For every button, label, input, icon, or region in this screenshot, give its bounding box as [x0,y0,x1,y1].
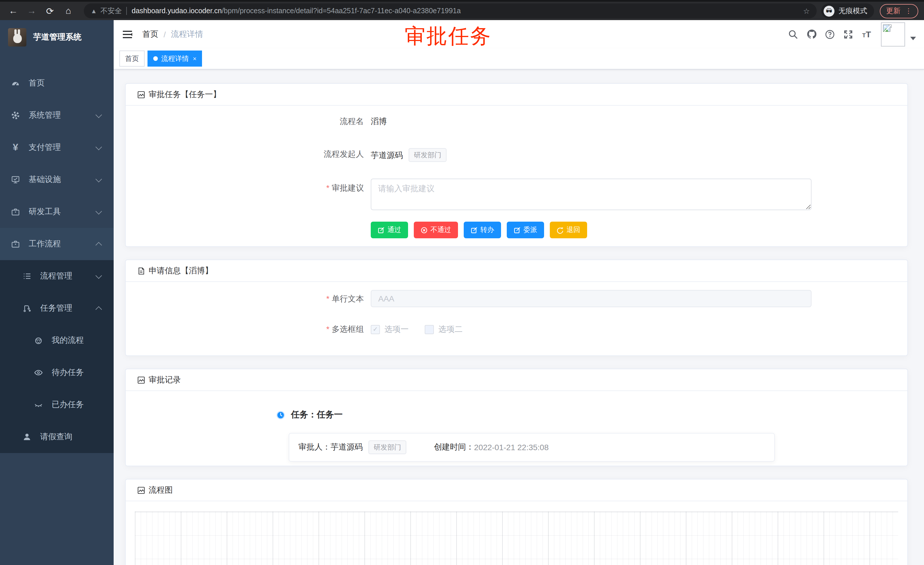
sidebar-item-label: 流程管理 [40,271,72,281]
sidebar-item-label: 请假查询 [40,432,72,442]
sidebar-item-devtools[interactable]: 研发工具 [0,196,114,228]
search-icon[interactable] [784,26,802,43]
created-value: 2022-01-21 22:35:08 [474,443,549,452]
fullscreen-icon[interactable] [840,26,857,43]
logo-block[interactable]: 芋道管理系统 [0,20,114,54]
card-header: 流程图 [126,479,908,501]
sidebar-item-done-tasks[interactable]: 已办任务 [0,389,114,421]
reject-button[interactable]: 不通过 [414,222,458,238]
forward-icon[interactable]: → [24,3,39,18]
action-buttons: 通过 不通过 转办 委 [371,222,908,238]
created-label: 创建时间： [434,442,474,452]
sidebar-item-home[interactable]: 首页 [0,67,114,99]
chevron-down-icon [96,272,102,279]
help-icon[interactable] [821,26,838,43]
close-icon[interactable]: × [193,55,196,62]
initiator-value: 芋道源码 [371,149,403,161]
card-header: 审批记录 [126,369,908,391]
sidebar-item-label: 研发工具 [29,207,61,217]
sidebar-item-system[interactable]: 系统管理 [0,99,114,131]
field-label: 审批建议 [126,179,371,197]
sidebar-item-process-mgmt[interactable]: 流程管理 [0,260,114,292]
avatar[interactable] [881,22,905,46]
tab-label: 首页 [125,54,139,63]
tab-label: 流程详情 [161,54,189,63]
card-title: 审批记录 [148,375,181,385]
picture-icon [137,486,145,494]
avatar-caret-icon[interactable] [910,36,916,40]
tab-process-detail[interactable]: 流程详情 × [147,51,202,67]
sidebar-menu: 首页 系统管理 ¥ 支付管理 [0,54,114,453]
briefcase-icon [10,239,21,249]
button-label: 转办 [480,225,494,235]
menu-dots-icon[interactable]: ⋮ [905,8,912,14]
record-detail-card: 审批人： 芋道源码 研发部门 创建时间： 2022-01-21 22:35:08 [289,433,775,462]
reload-icon[interactable]: ⟳ [42,3,57,18]
chevron-down-icon [96,144,102,150]
dashboard-icon [10,78,21,89]
sidebar-item-task-mgmt[interactable]: 任务管理 [0,292,114,325]
sidebar-item-todo-tasks[interactable]: 待办任务 [0,356,114,389]
tags-view-bar: 首页 流程详情 × [114,48,924,69]
task-title: 任务：任务一 [291,409,343,420]
sidebar-item-leave-query[interactable]: 请假查询 [0,421,114,453]
approval-record-card: 审批记录 任务：任务一 审批人： 芋道源码 研发部门 [125,369,908,466]
delegate-button[interactable]: 委派 [507,222,544,238]
button-label: 通过 [387,225,401,235]
dept-tag: 研发部门 [409,148,447,162]
button-label: 不通过 [430,225,451,235]
breadcrumb-home[interactable]: 首页 [142,29,158,39]
incognito-icon: 🕶 [824,6,834,17]
active-dot-icon [153,56,158,61]
flow-diagram-card: 流程图 [125,479,908,565]
url-path: /bpm/process-instance/detail?id=54aa251f… [222,7,461,15]
transfer-button[interactable]: 转办 [464,222,501,238]
bpmn-canvas[interactable] [135,512,898,565]
sidebar-item-label: 任务管理 [40,303,72,314]
github-icon[interactable] [803,26,820,43]
sidebar-item-infra[interactable]: 基础设施 [0,164,114,196]
approval-task-card: 审批任务【任务一】 流程名 滔博 流程发起人 芋道源码 研发部门 [125,83,908,247]
home-icon[interactable]: ⌂ [61,3,76,18]
monitor-icon [10,174,21,185]
font-size-icon[interactable]: TT [858,26,875,43]
yen-icon: ¥ [10,143,21,153]
toolbox-icon [10,207,21,217]
chevron-down-icon [96,111,102,118]
sidebar-item-my-process[interactable]: 我的流程 [0,325,114,356]
checkbox-label: 选项一 [384,324,409,335]
sidebar-item-label: 支付管理 [29,143,61,153]
sidebar-item-label: 已办任务 [52,400,84,410]
field-label: 流程发起人 [126,148,371,160]
user-icon [22,432,32,442]
card-title: 流程图 [148,485,173,495]
input-value: AAA [378,294,394,303]
approve-button[interactable]: 通过 [371,222,408,238]
checkbox-label: 选项二 [438,324,463,335]
url-host: dashboard.yudao.iocoder.cn [132,7,222,15]
field-label: 多选框组 [126,323,371,335]
back-icon[interactable]: ← [6,3,21,18]
browser-window: ← → ⟳ ⌂ ▲ 不安全 dashboard.yudao.iocoder.cn… [0,0,924,565]
sidebar-item-label: 首页 [29,78,45,89]
bookmark-star-icon[interactable]: ☆ [799,7,810,15]
sidebar-item-payment[interactable]: ¥ 支付管理 [0,131,114,164]
tab-home[interactable]: 首页 [119,51,145,67]
suggestion-textarea[interactable] [371,179,812,210]
eye-open-icon [33,368,44,378]
sidebar-item-label: 待办任务 [52,368,84,378]
annotation-text: 审批任务 [405,23,492,51]
picture-icon [137,90,145,98]
logo-image [8,28,26,47]
sidebar-item-workflow[interactable]: 工作流程 [0,228,114,260]
document-icon [137,267,145,275]
hamburger-icon[interactable] [122,29,133,40]
card-title: 审批任务【任务一】 [148,89,221,100]
breadcrumb: 首页 / 流程详情 [142,29,203,39]
checkbox-option1: ✓ [371,325,380,334]
chevron-down-icon [96,176,102,182]
return-button[interactable]: 退回 [550,222,587,238]
update-button[interactable]: 更新 ⋮ [880,4,918,18]
incognito-label: 无痕模式 [838,6,867,16]
address-bar[interactable]: ▲ 不安全 dashboard.yudao.iocoder.cn /bpm/pr… [84,3,817,18]
